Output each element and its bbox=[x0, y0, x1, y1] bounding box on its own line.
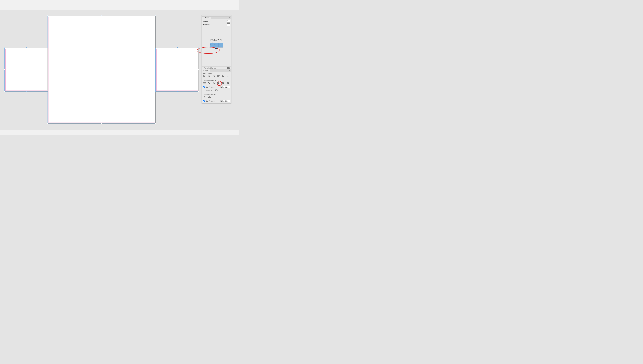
edit-page-size-button[interactable] bbox=[223, 67, 226, 69]
svg-rect-4 bbox=[208, 76, 210, 76]
use-spacing-1-checkbox[interactable] bbox=[203, 86, 204, 88]
resize-handle[interactable] bbox=[101, 15, 102, 16]
resize-handle[interactable] bbox=[101, 123, 102, 124]
resize-handle[interactable] bbox=[155, 123, 156, 124]
panel-menu-icon[interactable]: ≡ bbox=[229, 69, 231, 72]
distribute-horizontal-centers-button[interactable] bbox=[222, 82, 225, 84]
master-thumb-none bbox=[227, 20, 230, 22]
svg-rect-45 bbox=[208, 97, 209, 98]
page-thumb-label: A bbox=[219, 43, 220, 45]
resize-handle[interactable] bbox=[198, 91, 199, 92]
master-thumb-a bbox=[227, 24, 230, 26]
svg-rect-5 bbox=[209, 76, 210, 77]
distribute-vertical-centers-button[interactable] bbox=[208, 82, 211, 84]
master-item-a[interactable]: A-Master bbox=[203, 23, 230, 26]
page-thumb-label: A bbox=[215, 43, 216, 45]
svg-rect-16 bbox=[227, 76, 227, 77]
svg-rect-17 bbox=[228, 76, 228, 77]
spread-range-badge: 1-3 bbox=[215, 48, 218, 49]
distribute-right-edges-button[interactable] bbox=[226, 82, 229, 84]
page-left[interactable] bbox=[5, 48, 48, 92]
distribute-vertical-space-button[interactable] bbox=[203, 96, 206, 98]
resize-handle[interactable] bbox=[177, 91, 178, 92]
svg-rect-41 bbox=[228, 84, 229, 84]
align-to-dropdown[interactable]: ▾ bbox=[215, 89, 217, 91]
master-item-none[interactable]: [None] bbox=[203, 20, 230, 23]
svg-rect-11 bbox=[219, 76, 219, 76]
new-page-button[interactable] bbox=[226, 67, 228, 69]
divider bbox=[231, 39, 231, 41]
resize-handle[interactable] bbox=[4, 91, 5, 92]
svg-rect-2 bbox=[204, 76, 204, 77]
distribute-top-edges-button[interactable] bbox=[203, 82, 206, 84]
distribute-bottom-edges-button[interactable] bbox=[212, 82, 215, 84]
svg-rect-40 bbox=[227, 82, 228, 83]
use-spacing-1-input[interactable] bbox=[223, 86, 230, 88]
master-label: A-Master bbox=[203, 24, 209, 26]
page-thumb-3[interactable]: A bbox=[219, 43, 223, 48]
pages-tabrow: ♦ Pages ≡ bbox=[202, 16, 231, 19]
use-spacing-1-label: Use Spacing bbox=[205, 86, 215, 88]
panel-resize-grip[interactable] bbox=[202, 103, 231, 104]
svg-rect-13 bbox=[222, 76, 223, 77]
svg-rect-10 bbox=[218, 76, 218, 77]
resize-handle[interactable] bbox=[26, 47, 27, 48]
application-toolbar bbox=[0, 0, 239, 10]
align-bottom-edges-button[interactable] bbox=[226, 75, 229, 78]
svg-rect-20 bbox=[204, 82, 204, 83]
spread-thumbnails-area[interactable]: ▾ A A A 1-3 bbox=[202, 42, 231, 67]
resize-handle[interactable] bbox=[4, 69, 5, 70]
align-tabrow: ♦ Align ≡ bbox=[202, 69, 231, 72]
page-right[interactable] bbox=[156, 48, 199, 92]
svg-rect-25 bbox=[209, 84, 210, 84]
svg-rect-29 bbox=[214, 84, 215, 84]
align-to-label: Align To: bbox=[206, 90, 213, 91]
resize-handle[interactable] bbox=[26, 91, 27, 92]
align-top-edges-button[interactable] bbox=[217, 75, 220, 78]
distribute-spacing-row bbox=[202, 96, 231, 100]
svg-rect-14 bbox=[223, 76, 224, 77]
svg-rect-21 bbox=[205, 83, 205, 84]
panel-menu-icon[interactable]: ≡ bbox=[229, 16, 231, 19]
resize-handle[interactable] bbox=[47, 15, 48, 16]
page-thumb-2[interactable]: A bbox=[214, 43, 219, 48]
stepper-arrows[interactable]: ▲▼ bbox=[221, 100, 223, 102]
resize-handle[interactable] bbox=[155, 15, 156, 16]
panel-close-icon[interactable]: × bbox=[202, 15, 203, 17]
svg-rect-42 bbox=[204, 96, 205, 97]
resize-handle[interactable] bbox=[198, 69, 199, 70]
resize-handle[interactable] bbox=[198, 47, 199, 48]
resize-handle[interactable] bbox=[4, 47, 5, 48]
svg-rect-24 bbox=[208, 82, 209, 83]
tab-align[interactable]: ♦ Align bbox=[202, 69, 210, 72]
section-align-objects: Align Objects: bbox=[202, 72, 231, 75]
distribute-horizontal-space-button[interactable] bbox=[208, 96, 211, 98]
use-spacing-2-checkbox[interactable] bbox=[203, 100, 204, 102]
distribute-left-edges-button[interactable] bbox=[217, 82, 220, 84]
resize-handle[interactable] bbox=[47, 123, 48, 124]
section-distribute-objects: Distribute Objects: bbox=[202, 79, 231, 82]
align-left-edges-button[interactable] bbox=[203, 75, 206, 78]
page-thumb-label: A bbox=[210, 43, 211, 45]
panel-group[interactable]: × ▸▸ ♦ Pages ≡ [None] A-Master ⋮⋮ Custom… bbox=[202, 15, 231, 104]
page-size-dropdown[interactable]: Custom V bbox=[210, 39, 222, 41]
page-thumb-1[interactable]: A bbox=[210, 43, 214, 48]
resize-handle[interactable] bbox=[177, 47, 178, 48]
align-vertical-centers-button[interactable] bbox=[222, 75, 225, 78]
align-to-row: Align To: ▾ bbox=[202, 89, 231, 92]
tab-pages[interactable]: ♦ Pages bbox=[202, 16, 211, 19]
panel-titlebar[interactable]: × ▸▸ bbox=[202, 15, 231, 16]
align-horizontal-centers-button[interactable] bbox=[208, 75, 211, 78]
stepper-arrows[interactable]: ▲▼ bbox=[221, 86, 223, 88]
delete-page-button[interactable] bbox=[228, 67, 230, 69]
page-center[interactable] bbox=[48, 16, 156, 124]
pages-status-text: 3 Pages in 1 Spread bbox=[202, 67, 216, 69]
masters-list[interactable]: [None] A-Master bbox=[202, 19, 231, 39]
panel-collapse-icon[interactable]: ▸▸ bbox=[230, 15, 231, 16]
use-spacing-2-input[interactable] bbox=[223, 100, 230, 102]
bottom-bar bbox=[0, 130, 239, 135]
page-size-row: ⋮⋮ Custom V bbox=[202, 39, 231, 42]
align-right-edges-button[interactable] bbox=[212, 75, 215, 78]
svg-rect-33 bbox=[219, 84, 219, 84]
tab-label: Pages bbox=[204, 17, 209, 19]
